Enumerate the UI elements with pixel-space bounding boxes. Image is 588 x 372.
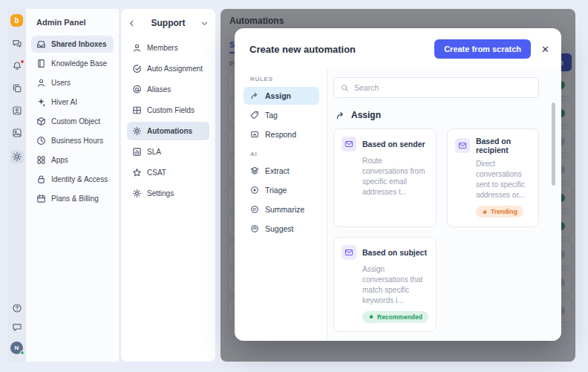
help-icon[interactable] bbox=[12, 303, 22, 313]
card-desc: Route conversations from specific email … bbox=[362, 156, 428, 198]
contacts-icon[interactable] bbox=[12, 105, 22, 116]
sidebar-item-label: Custom Object bbox=[51, 117, 100, 125]
fields-icon bbox=[132, 105, 142, 115]
members-icon bbox=[132, 43, 142, 53]
sidebar-item-knowledge-base[interactable]: Knowledge Base bbox=[31, 55, 114, 72]
modal-nav-label: Tag bbox=[265, 111, 278, 120]
search-box[interactable] bbox=[333, 77, 539, 98]
support-item-auto-assignment[interactable]: Auto Assignment bbox=[127, 59, 209, 78]
search-input[interactable] bbox=[354, 83, 532, 92]
support-item-csat[interactable]: CSAT bbox=[127, 163, 209, 182]
sidebar-item-apps[interactable]: Apps bbox=[31, 151, 114, 169]
media-icon[interactable] bbox=[12, 128, 22, 138]
support-item-label: Members bbox=[147, 44, 178, 52]
support-item-label: Automations bbox=[147, 127, 192, 135]
sidebar-item-custom-object[interactable]: Custom Object bbox=[31, 113, 114, 130]
trending-badge: Trending bbox=[476, 206, 523, 218]
support-sidebar-header: Support bbox=[128, 18, 208, 28]
modal-header: Create new automation Create from scratc… bbox=[235, 28, 561, 68]
icon-rail: b N bbox=[7, 9, 26, 362]
chevron-down-icon[interactable] bbox=[201, 20, 208, 27]
rail-bottom: N bbox=[10, 303, 23, 362]
modal-nav-extract[interactable]: Extract bbox=[244, 162, 319, 180]
check-circle-icon bbox=[132, 64, 142, 74]
sidebar-item-label: Identity & Access bbox=[51, 175, 108, 183]
sidebar-item-label: Plans & Billing bbox=[51, 195, 99, 203]
support-title: Support bbox=[151, 18, 186, 28]
search-icon bbox=[341, 84, 349, 92]
conversations-icon[interactable] bbox=[12, 39, 22, 49]
notification-dot bbox=[21, 60, 24, 63]
recommended-badge: Recommended bbox=[362, 311, 428, 323]
modal-nav-label: Triage bbox=[265, 186, 287, 195]
billing-icon bbox=[36, 194, 46, 203]
modal-nav-tag[interactable]: Tag bbox=[244, 106, 319, 124]
modal-scrollbar[interactable] bbox=[552, 102, 555, 186]
sidebar-item-business-hours[interactable]: Business Hours bbox=[31, 132, 114, 149]
assign-arrow-icon bbox=[250, 91, 259, 100]
card-title: Based on subject bbox=[362, 248, 427, 257]
create-from-scratch-button[interactable]: Create from scratch bbox=[434, 39, 531, 59]
settings-icon bbox=[132, 189, 142, 198]
admin-sidebar: Admin Panel Shared Inboxes Knowledge Bas… bbox=[26, 9, 119, 362]
card-desc: Assign conversations that match specific… bbox=[362, 264, 428, 306]
support-item-members[interactable]: Members bbox=[127, 39, 209, 57]
nav-group-label-ai: AI bbox=[250, 151, 319, 157]
lock-icon bbox=[36, 174, 46, 184]
modal-nav-triage[interactable]: Triage bbox=[244, 181, 319, 199]
grid-icon bbox=[36, 155, 46, 165]
card-title: Based on recipient bbox=[476, 137, 531, 154]
envelope-icon bbox=[342, 137, 356, 151]
card-title: Based on sender bbox=[362, 140, 425, 149]
sidebar-item-users[interactable]: Users bbox=[31, 74, 114, 91]
hiver-logo[interactable]: b bbox=[10, 14, 23, 27]
assign-arrow-icon bbox=[336, 111, 345, 120]
sidebar-item-hiver-ai[interactable]: Hiver AI bbox=[31, 94, 114, 111]
back-chevron-icon[interactable] bbox=[128, 20, 135, 27]
modal-nav-summarize[interactable]: Summarize bbox=[244, 200, 319, 218]
support-item-label: Auto Assignment bbox=[147, 65, 203, 73]
sidebar-item-label: Shared Inboxes bbox=[51, 40, 106, 48]
modal-nav: RULES Assign Tag Respond AI Extract Tria… bbox=[235, 68, 327, 341]
avatar[interactable]: N bbox=[10, 342, 23, 354]
clock-icon bbox=[36, 136, 46, 146]
user-icon bbox=[36, 78, 46, 88]
card-assign-based-on-subject[interactable]: Based on subject Assign conversations th… bbox=[333, 237, 437, 333]
modal-nav-assign[interactable]: Assign bbox=[244, 87, 319, 105]
support-item-aliases[interactable]: Aliases bbox=[127, 80, 209, 99]
envelope-icon bbox=[455, 138, 470, 153]
sparkle-icon bbox=[36, 97, 46, 107]
summarize-icon bbox=[250, 205, 259, 214]
close-icon[interactable]: ✕ bbox=[541, 45, 549, 54]
nav-group-label-rules: RULES bbox=[250, 76, 319, 82]
support-item-automations[interactable]: Automations bbox=[127, 122, 209, 140]
sidebar-item-shared-inboxes[interactable]: Shared Inboxes bbox=[31, 36, 114, 53]
modal-nav-respond[interactable]: Respond bbox=[244, 125, 319, 143]
support-item-label: SLA bbox=[147, 148, 161, 156]
support-item-sla[interactable]: SLA bbox=[127, 143, 209, 161]
modal-nav-label: Summarize bbox=[265, 205, 304, 214]
at-icon bbox=[132, 85, 142, 94]
support-item-settings[interactable]: Settings bbox=[127, 184, 209, 203]
modal-nav-label: Assign bbox=[265, 91, 291, 100]
modal-nav-suggest[interactable]: Suggest bbox=[244, 220, 319, 238]
star-icon bbox=[132, 168, 142, 177]
card-assign-based-on-sender[interactable]: Based on sender Route conversations from… bbox=[333, 128, 437, 227]
inbox-icon bbox=[36, 39, 46, 49]
support-item-custom-fields[interactable]: Custom Fields bbox=[127, 101, 209, 120]
respond-icon bbox=[250, 130, 259, 139]
notifications-icon[interactable] bbox=[12, 61, 22, 71]
settings-icon[interactable] bbox=[10, 150, 24, 163]
sidebar-item-label: Knowledge Base bbox=[51, 59, 107, 68]
sidebar-item-label: Business Hours bbox=[51, 137, 103, 145]
support-item-label: Settings bbox=[147, 189, 174, 198]
sidebar-item-plans-billing[interactable]: Plans & Billing bbox=[31, 190, 114, 207]
feedback-icon[interactable] bbox=[12, 322, 22, 333]
sidebar-item-identity-access[interactable]: Identity & Access bbox=[31, 171, 114, 188]
book-icon bbox=[36, 59, 46, 68]
copy-icon[interactable] bbox=[12, 83, 22, 94]
card-assign-based-on-recipient[interactable]: Based on recipient Direct conversations … bbox=[447, 128, 539, 227]
modal-nav-label: Suggest bbox=[265, 224, 294, 233]
gear-icon bbox=[132, 126, 142, 136]
support-sidebar: Support Members Auto Assignment Aliases … bbox=[121, 9, 215, 362]
